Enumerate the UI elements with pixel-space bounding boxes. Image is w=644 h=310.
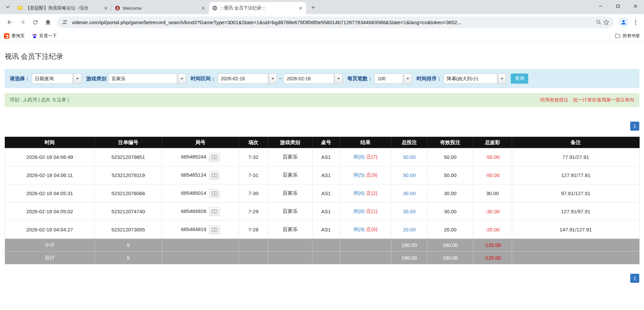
page-1-button[interactable]: 1 bbox=[630, 274, 639, 283]
profile-avatar[interactable] bbox=[618, 17, 629, 27]
browser-toolbar: videoie.com/ipl/portal.php/game/betrecor… bbox=[0, 14, 644, 30]
result-banker: 庄(7) bbox=[366, 154, 378, 160]
video-icon bbox=[211, 227, 217, 232]
page-size-select[interactable]: 100 bbox=[375, 74, 412, 84]
filter-bar: 请选择： 日期查询 游戏类别 百家乐 时间区间： 2026-02-18 ~ 20… bbox=[5, 69, 639, 88]
cell-result: 闲(8)庄(1) bbox=[340, 203, 391, 221]
table-row: 2026-02-18 04:06:11 523212078119 6854851… bbox=[5, 166, 640, 184]
tab-bet-records[interactable]: :::视讯 会员下注纪录::: bbox=[209, 2, 306, 14]
video-replay-button[interactable] bbox=[209, 189, 220, 198]
currency-summary-text: 币别 : 人民币 | 总共 :5 注单 | bbox=[10, 97, 69, 103]
subtotal-valid-bet: 180.00 bbox=[428, 239, 473, 252]
cell-game: 百家乐 bbox=[268, 221, 312, 239]
empty-cell bbox=[268, 239, 312, 252]
cell-table-no: AS1 bbox=[312, 148, 340, 166]
result-banker: 庄(2) bbox=[366, 190, 378, 196]
total-bet-link[interactable]: 50.00 bbox=[403, 172, 416, 178]
video-replay-button[interactable] bbox=[209, 225, 220, 234]
tab-close-icon[interactable] bbox=[103, 5, 109, 11]
tab-search-button[interactable] bbox=[2, 1, 13, 13]
search-button[interactable]: 查询 bbox=[511, 74, 528, 84]
video-icon bbox=[211, 191, 217, 195]
zoom-icon[interactable] bbox=[595, 18, 602, 26]
sort-order-value[interactable]: 降幂(由大到小) bbox=[444, 74, 497, 84]
tab-close-icon[interactable] bbox=[297, 5, 303, 11]
date-from-value[interactable]: 2026-02-18 bbox=[218, 74, 268, 84]
minimize-button[interactable] bbox=[592, 0, 609, 12]
cell-game: 百家乐 bbox=[268, 184, 312, 203]
chevron-down-icon[interactable] bbox=[404, 74, 412, 84]
reload-icon bbox=[32, 19, 39, 26]
tab-forum[interactable]: 【新提醒】海燕策略论坛 - 综合 bbox=[14, 2, 111, 14]
close-icon bbox=[634, 4, 637, 8]
cell-remark: 127.91/77.91 bbox=[512, 166, 640, 184]
date-from-select[interactable]: 2026-02-18 bbox=[218, 74, 277, 84]
reload-button[interactable] bbox=[30, 16, 41, 28]
chevron-down-icon bbox=[6, 6, 10, 8]
total-total-bet: 180.00 bbox=[391, 252, 428, 264]
total-bet-link[interactable]: 30.00 bbox=[403, 209, 416, 214]
cell-bet-id: 523212073055 bbox=[95, 221, 162, 239]
url-text[interactable]: videoie.com/ipl/portal.php/game/betrecor… bbox=[72, 19, 592, 25]
chevron-down-icon[interactable] bbox=[498, 74, 506, 84]
empty-cell bbox=[162, 252, 239, 264]
date-separator: ~ bbox=[279, 76, 282, 81]
close-window-button[interactable] bbox=[627, 0, 644, 12]
game-type-label: 游戏类别 bbox=[86, 76, 106, 82]
tab-strip: 【新提醒】海燕策略论坛 - 综合 Welcome :::视讯 会员下注纪录::: bbox=[0, 0, 644, 14]
new-tab-button[interactable] bbox=[308, 2, 318, 12]
globe-icon bbox=[212, 5, 217, 11]
cell-payout: -30.00 bbox=[473, 203, 512, 221]
video-icon bbox=[211, 173, 217, 177]
game-type-value[interactable]: 百家乐 bbox=[108, 74, 177, 84]
result-player: 闲(8) bbox=[353, 154, 364, 160]
forward-button[interactable] bbox=[17, 16, 28, 28]
video-replay-button[interactable] bbox=[209, 153, 220, 162]
query-type-select[interactable]: 日期查询 bbox=[32, 74, 82, 84]
cell-table-no: AS1 bbox=[312, 166, 340, 184]
video-icon bbox=[211, 155, 217, 159]
cell-total-bet: 30.00 bbox=[391, 184, 428, 203]
chevron-down-icon[interactable] bbox=[73, 74, 82, 84]
date-to-select[interactable]: 2026-02-18 bbox=[284, 74, 343, 84]
cell-valid-bet: 30.00 bbox=[428, 184, 473, 203]
cell-bet-id: 523212074740 bbox=[95, 203, 162, 221]
chevron-down-icon[interactable] bbox=[178, 74, 186, 84]
video-replay-button[interactable] bbox=[209, 207, 220, 216]
maximize-button[interactable] bbox=[609, 0, 627, 12]
bookmark-star-icon[interactable] bbox=[602, 18, 610, 26]
video-icon bbox=[211, 209, 217, 214]
round-id: 685484819 bbox=[181, 226, 206, 232]
chevron-down-icon[interactable] bbox=[335, 74, 343, 84]
address-bar[interactable]: videoie.com/ipl/portal.php/game/betrecor… bbox=[57, 16, 614, 28]
sort-order-select[interactable]: 降幂(由大到小) bbox=[444, 74, 506, 84]
tab-welcome[interactable]: Welcome bbox=[111, 2, 209, 14]
total-count: 5 bbox=[95, 252, 162, 264]
total-payout: -120.00 bbox=[473, 252, 512, 264]
cell-remark: 77.91/27.91 bbox=[512, 148, 640, 166]
header-result: 结果 bbox=[340, 137, 391, 148]
chevron-down-icon[interactable] bbox=[269, 74, 277, 84]
site-settings-icon[interactable] bbox=[61, 18, 68, 26]
game-type-select[interactable]: 百家乐 bbox=[108, 74, 186, 84]
bookmark-taobao[interactable]: 爱淘宝 bbox=[4, 33, 24, 39]
plus-icon bbox=[311, 5, 315, 9]
query-type-value[interactable]: 日期查询 bbox=[32, 74, 73, 84]
bookmark-baidu[interactable]: 百度一下 bbox=[32, 33, 57, 39]
total-bet-link[interactable]: 20.00 bbox=[403, 227, 416, 232]
summary-bar: 币别 : 人民币 | 总共 :5 注单 | 同局有效投注，统一计算在该局第一张注… bbox=[5, 93, 639, 107]
back-button[interactable] bbox=[4, 16, 15, 28]
all-bookmarks-button[interactable]: 所有书签 bbox=[610, 33, 640, 39]
home-button[interactable] bbox=[42, 16, 54, 28]
page-size-value[interactable]: 100 bbox=[375, 74, 403, 84]
total-bet-link[interactable]: 50.00 bbox=[403, 154, 416, 160]
total-bet-link[interactable]: 30.00 bbox=[403, 190, 416, 196]
bet-records-table: 时间 注单编号 局号 场次 游戏类别 桌号 结果 总投注 有效投注 总派彩 备注… bbox=[5, 137, 640, 264]
cell-remark: 127.91/97.91 bbox=[512, 203, 640, 221]
video-replay-button[interactable] bbox=[209, 171, 220, 180]
page-1-button[interactable]: 1 bbox=[630, 122, 639, 131]
tab-close-icon[interactable] bbox=[200, 5, 206, 11]
browser-menu-button[interactable] bbox=[631, 17, 641, 27]
result-banker: 庄(6) bbox=[366, 226, 378, 232]
date-to-value[interactable]: 2026-02-18 bbox=[284, 74, 334, 84]
